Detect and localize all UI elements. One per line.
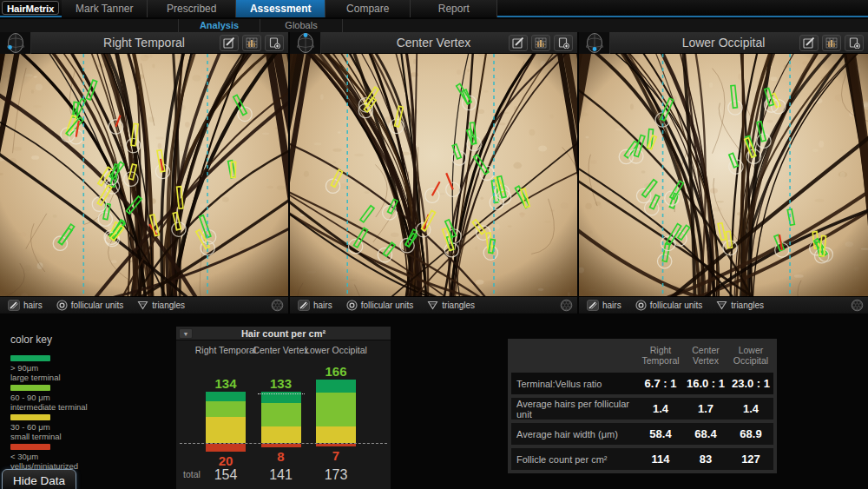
column-header-lower-occipital: Lower Occipital bbox=[728, 345, 773, 366]
panel-center-vertex: Center Vertex hairs follicular units tri… bbox=[290, 32, 577, 314]
cell-value: 1.4 bbox=[728, 402, 773, 415]
add-note-button[interactable] bbox=[265, 35, 284, 51]
color-key-range: 60 - 90 μm bbox=[10, 393, 158, 402]
vellus-count-value: 20 bbox=[194, 453, 257, 468]
app-logo: HairMetrix bbox=[2, 1, 59, 15]
add-note-button[interactable] bbox=[845, 35, 864, 51]
color-key: color key > 90μm large terminal 60 - 90 … bbox=[10, 334, 158, 473]
color-key-item-intermediate-terminal: 60 - 90 μm intermediate terminal bbox=[10, 385, 158, 414]
table-row-average-hair-width: Average hair width (μm) 58.4 68.4 68.9 bbox=[511, 423, 773, 445]
color-swatch-intermediate-terminal bbox=[10, 385, 50, 391]
triangles-toggle-button[interactable]: triangles bbox=[713, 299, 766, 312]
edit-annotations-button[interactable] bbox=[799, 35, 819, 51]
scalp-image-center-vertex[interactable] bbox=[290, 54, 577, 296]
add-note-button[interactable] bbox=[554, 35, 573, 51]
panel-header: Lower Occipital bbox=[579, 32, 868, 54]
subtab-analysis[interactable]: Analysis bbox=[178, 19, 260, 32]
hide-data-button[interactable]: Hide Data bbox=[2, 469, 76, 489]
color-key-title: color key bbox=[10, 334, 158, 346]
chart-category-label: Center Vertex bbox=[250, 345, 312, 355]
scalp-image-right-temporal[interactable] bbox=[0, 54, 288, 296]
panel-right-temporal: Right Temporal hairs follicular units tr… bbox=[0, 32, 288, 314]
panel-toolbar: hairs follicular units triangles bbox=[579, 296, 868, 313]
analysis-grid-button[interactable] bbox=[242, 35, 261, 51]
triangles-label: triangles bbox=[442, 301, 475, 310]
tab-prescribed-capture[interactable]: Prescribed Capture bbox=[148, 0, 236, 17]
bar-segment-vellus bbox=[261, 444, 301, 447]
analysis-grid-button[interactable] bbox=[822, 35, 841, 51]
terminal-count-value: 166 bbox=[305, 364, 367, 379]
edit-annotations-button[interactable] bbox=[509, 35, 528, 51]
scalp-image-lower-occipital[interactable] bbox=[579, 54, 868, 296]
color-key-item-small-terminal: 30 - 60 μm small terminal bbox=[10, 414, 158, 444]
tab-mark-tanner[interactable]: Mark Tanner bbox=[62, 0, 148, 17]
row-label: Average hair width (μm) bbox=[511, 429, 638, 439]
hairs-toggle-button[interactable]: hairs bbox=[5, 299, 45, 312]
color-swatch-large-terminal bbox=[10, 355, 50, 361]
follicular-units-toggle-button[interactable]: follicular units bbox=[54, 299, 127, 312]
total-count-value: 154 bbox=[194, 467, 257, 483]
panel-lower-occipital: Lower Occipital hairs follicular units t… bbox=[579, 32, 868, 314]
hairmetrix-app-window: HairMetrix Mark Tanner Prescribed Captur… bbox=[0, 0, 868, 489]
tab-assessment[interactable]: Assessment bbox=[236, 0, 326, 17]
top-menu-bar: HairMetrix Mark Tanner Prescribed Captur… bbox=[0, 0, 868, 17]
vellus-count-value: 7 bbox=[305, 448, 367, 463]
column-header-right-temporal: Right Temporal bbox=[638, 345, 683, 366]
metrics-table-header: Right Temporal Center Vertex Lower Occip… bbox=[511, 341, 773, 369]
row-label: Average hairs per follicular unit bbox=[511, 399, 638, 420]
hairs-label: hairs bbox=[602, 301, 621, 310]
chart-dropdown-button[interactable]: ▼ bbox=[179, 328, 193, 339]
cell-value: 127 bbox=[728, 453, 773, 466]
column-header-center-vertex: Center Vertex bbox=[683, 345, 728, 366]
terminal-count-value: 134 bbox=[194, 376, 257, 391]
triangles-toggle-button[interactable]: triangles bbox=[135, 299, 187, 312]
hairs-label: hairs bbox=[313, 301, 332, 310]
follicular-units-label: follicular units bbox=[650, 301, 703, 310]
chart-category-label: Right Temporal bbox=[194, 345, 257, 355]
panel-toolbar: hairs follicular units triangles bbox=[290, 296, 577, 313]
tab-compare[interactable]: Compare bbox=[326, 0, 411, 17]
table-row-follicle-count: Follicle count per cm² 114 83 127 bbox=[511, 448, 773, 470]
bar-segment-small-terminal bbox=[316, 426, 356, 443]
hairs-toggle-button[interactable]: hairs bbox=[295, 299, 335, 312]
tab-report[interactable]: Report bbox=[411, 0, 497, 17]
total-count-value: 173 bbox=[305, 467, 367, 483]
table-row-average-hairs-per-fu: Average hairs per follicular unit 1.4 1.… bbox=[511, 398, 773, 420]
bar-segment-small-terminal bbox=[261, 426, 301, 443]
bar-segment-large-terminal bbox=[316, 380, 356, 393]
follicular-units-label: follicular units bbox=[71, 301, 124, 310]
color-key-range: 30 - 60 μm bbox=[10, 423, 158, 432]
cell-value: 23.0 : 1 bbox=[728, 377, 773, 390]
follicular-units-label: follicular units bbox=[361, 301, 414, 310]
color-key-label: intermediate terminal bbox=[10, 403, 158, 412]
cell-value: 1.7 bbox=[683, 402, 728, 415]
chart-category-label: Lower Occipital bbox=[305, 345, 367, 355]
triangles-toggle-button[interactable]: triangles bbox=[424, 299, 477, 312]
color-key-item-large-terminal: > 90μm large terminal bbox=[10, 355, 158, 385]
total-count-value: 141 bbox=[250, 467, 312, 483]
terminal-bar-stack bbox=[261, 392, 301, 443]
analysis-grid-button[interactable] bbox=[531, 35, 550, 51]
sub-tab-bar: Analysis Globals bbox=[0, 19, 868, 32]
hairs-label: hairs bbox=[23, 301, 43, 310]
cell-value: 68.4 bbox=[683, 427, 728, 440]
cell-value: 16.0 : 1 bbox=[683, 377, 728, 390]
edit-annotations-button[interactable] bbox=[220, 35, 239, 51]
follicular-units-toggle-button[interactable]: follicular units bbox=[633, 299, 706, 312]
color-key-range: > 90μm bbox=[10, 364, 158, 373]
table-row-terminal-vellus-ratio: Terminal:Vellus ratio 6.7 : 1 16.0 : 1 2… bbox=[511, 373, 773, 394]
cell-value: 83 bbox=[683, 453, 728, 466]
chart-header: ▼ Hair count per cm² bbox=[176, 327, 391, 340]
hairs-toggle-button[interactable]: hairs bbox=[584, 299, 624, 312]
subtab-globals[interactable]: Globals bbox=[260, 19, 343, 32]
follicular-units-toggle-button[interactable]: follicular units bbox=[344, 299, 417, 312]
cell-value: 6.7 : 1 bbox=[638, 377, 683, 390]
bar-segment-vellus bbox=[206, 444, 246, 452]
color-key-label: small terminal bbox=[10, 433, 158, 441]
panel-header: Right Temporal bbox=[0, 32, 288, 54]
triangles-label: triangles bbox=[731, 301, 764, 310]
cell-value: 58.4 bbox=[638, 427, 683, 440]
terminal-bar-stack bbox=[316, 380, 356, 443]
cell-value: 114 bbox=[638, 453, 683, 466]
terminal-count-value: 133 bbox=[250, 376, 312, 391]
